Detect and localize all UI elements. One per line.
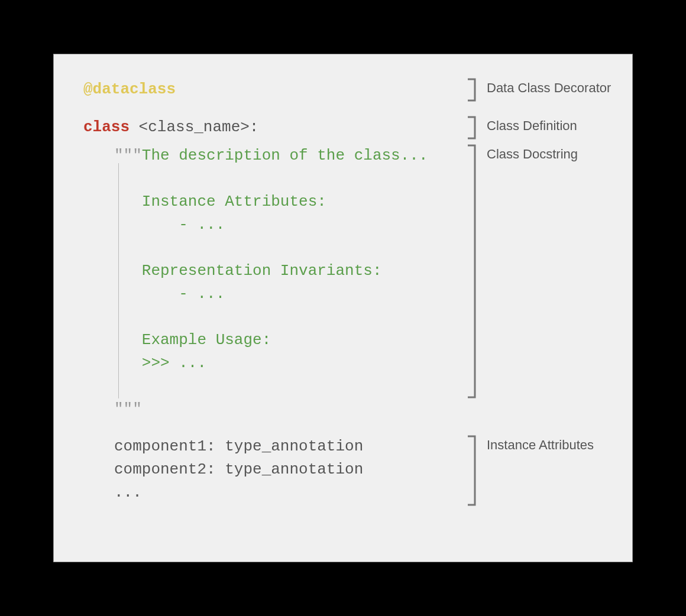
docstring-body: """The description of the class... Insta… <box>114 144 462 421</box>
row-attributes: component1: type_annotation component2: … <box>83 435 614 506</box>
row-docstring: """The description of the class... Insta… <box>83 144 614 421</box>
bracket-decorator <box>467 78 477 102</box>
label-docstring: Class Docstring <box>487 144 578 164</box>
row-definition: class <class_name>: Class Definition <box>83 116 614 140</box>
bracket-definition <box>467 116 477 140</box>
class-keyword: class <box>83 118 130 136</box>
decorator-text: @dataclass <box>83 80 176 98</box>
class-name: <class_name>: <box>130 118 258 136</box>
docstring-guide-line <box>118 163 119 398</box>
code-area: @dataclass Data Class Decorator class <c… <box>83 78 614 506</box>
bracket-docstring <box>467 144 477 398</box>
row-decorator: @dataclass Data Class Decorator <box>83 78 614 102</box>
attributes-body: component1: type_annotation component2: … <box>114 435 462 504</box>
bracket-attributes <box>467 435 477 506</box>
diagram-panel: @dataclass Data Class Decorator class <c… <box>53 54 633 562</box>
label-attributes: Instance Attributes <box>487 435 594 455</box>
label-definition: Class Definition <box>487 116 577 135</box>
label-decorator: Data Class Decorator <box>487 78 611 98</box>
